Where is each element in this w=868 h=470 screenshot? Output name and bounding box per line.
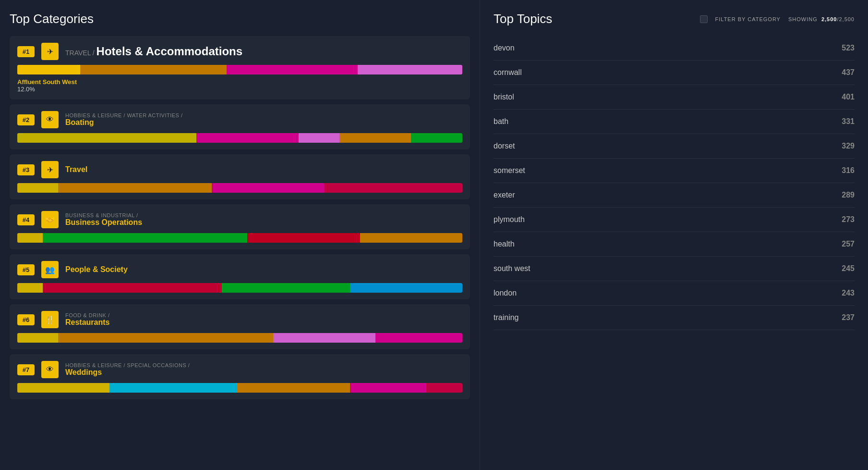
topic-item[interactable]: london243 (494, 281, 855, 306)
category-icon: 👁 (41, 361, 59, 378)
category-icon: 👁 (41, 111, 59, 128)
topic-name: south west (494, 264, 530, 273)
topic-item[interactable]: somerset316 (494, 159, 855, 183)
category-item[interactable]: #7👁HOBBIES & LEISURE / SPECIAL OCCASIONS… (10, 354, 470, 399)
bar-segment (222, 283, 350, 293)
topic-name: bristol (494, 93, 514, 101)
bar-segment (17, 333, 58, 343)
rank-badge: #1 (17, 46, 35, 57)
topic-name: bath (494, 117, 508, 126)
topic-count: 243 (842, 289, 855, 297)
category-icon: 👥 (41, 261, 59, 278)
topic-item[interactable]: bath331 (494, 110, 855, 134)
rank-badge: #4 (17, 214, 35, 225)
bar-segment (426, 383, 462, 393)
category-name: TRAVEL / Hotels & Accommodations (65, 45, 242, 58)
showing-count: 2,500 (821, 16, 837, 22)
bar-segment (237, 383, 350, 393)
topic-count: 316 (842, 166, 855, 175)
category-name: People & Society (65, 265, 128, 274)
category-bar (17, 65, 462, 74)
rank-badge: #7 (17, 364, 35, 375)
left-panel-title: Top Categories (10, 12, 470, 26)
right-panel: Top Topics FILTER BY CATEGORY SHOWING 2,… (480, 0, 868, 470)
topic-count: 329 (842, 142, 855, 150)
category-item[interactable]: #3✈Travel (10, 154, 470, 199)
category-percent: 12.0% (17, 86, 462, 93)
topic-count: 523 (842, 44, 855, 52)
category-bar (17, 233, 462, 243)
topic-item[interactable]: training237 (494, 306, 855, 330)
bar-segment (17, 133, 196, 143)
topic-name: dorset (494, 142, 515, 150)
bar-segment (350, 383, 427, 393)
category-item[interactable]: #6🍴FOOD & DRINK /Restaurants (10, 304, 470, 349)
topic-item[interactable]: plymouth273 (494, 208, 855, 232)
rank-badge: #6 (17, 314, 35, 325)
bar-segment (358, 65, 462, 74)
right-panel-title: Top Topics (494, 12, 552, 26)
rank-badge: #3 (17, 164, 35, 175)
bar-segment (247, 233, 360, 243)
topic-item[interactable]: health257 (494, 232, 855, 257)
category-path: HOBBIES & LEISURE / WATER ACTIVITIES / (65, 112, 183, 118)
rank-badge: #5 (17, 264, 35, 275)
bar-segment (17, 183, 58, 193)
category-name: Boating (65, 118, 183, 127)
topic-name: devon (494, 44, 515, 52)
topic-count: 289 (842, 191, 855, 199)
bar-segment (58, 333, 273, 343)
category-item[interactable]: #1✈TRAVEL / Hotels & AccommodationsAfflu… (10, 36, 470, 99)
category-item[interactable]: #5👥People & Society (10, 254, 470, 299)
category-bar (17, 283, 462, 293)
bar-segment (80, 65, 227, 74)
bar-segment (17, 65, 80, 74)
topic-list: devon523cornwall437bristol401bath331dors… (494, 36, 855, 330)
topic-count: 331 (842, 117, 855, 126)
topic-name: somerset (494, 166, 525, 175)
topic-count: 257 (842, 240, 855, 248)
category-bar (17, 183, 462, 193)
category-item[interactable]: #2👁HOBBIES & LEISURE / WATER ACTIVITIES … (10, 104, 470, 149)
category-path: FOOD & DRINK / (65, 312, 110, 318)
category-list: #1✈TRAVEL / Hotels & AccommodationsAfflu… (10, 36, 470, 404)
topic-count: 245 (842, 264, 855, 273)
bar-segment (339, 133, 411, 143)
category-path: HOBBIES & LEISURE / SPECIAL OCCASIONS / (65, 362, 190, 368)
bar-segment (227, 65, 358, 74)
category-subtitle-text: Affluent South West (17, 78, 462, 86)
bar-segment (43, 233, 247, 243)
bar-segment (212, 183, 324, 193)
category-item[interactable]: #4🤝BUSINESS & INDUSTRIAL /Business Opera… (10, 204, 470, 249)
topic-count: 237 (842, 313, 855, 322)
category-name: Restaurants (65, 318, 110, 327)
topic-item[interactable]: dorset329 (494, 134, 855, 159)
bar-segment (43, 283, 222, 293)
topic-name: london (494, 289, 517, 297)
category-icon: 🤝 (41, 211, 59, 228)
topic-item[interactable]: bristol401 (494, 85, 855, 110)
bar-segment (17, 383, 109, 393)
filter-row: FILTER BY CATEGORY SHOWING 2,500/2,500 (700, 15, 855, 23)
category-icon: ✈ (41, 161, 59, 178)
topic-item[interactable]: exeter289 (494, 183, 855, 208)
topic-item[interactable]: south west245 (494, 257, 855, 281)
topic-item[interactable]: devon523 (494, 36, 855, 61)
bar-segment (109, 383, 237, 393)
topic-count: 401 (842, 93, 855, 101)
bar-segment (17, 233, 43, 243)
filter-checkbox[interactable] (700, 15, 708, 23)
topic-count: 437 (842, 68, 855, 77)
bar-segment (299, 133, 339, 143)
rank-badge: #2 (17, 114, 35, 125)
topic-name: exeter (494, 191, 515, 199)
topic-item[interactable]: cornwall437 (494, 61, 855, 85)
bar-segment (360, 233, 462, 243)
category-icon: 🍴 (41, 311, 59, 328)
bar-segment (350, 283, 462, 293)
topic-name: plymouth (494, 215, 525, 224)
topic-name: training (494, 313, 518, 322)
category-subtitle: Affluent South West12.0% (17, 78, 462, 93)
category-icon: ✈ (41, 43, 59, 60)
bar-segment (273, 333, 375, 343)
